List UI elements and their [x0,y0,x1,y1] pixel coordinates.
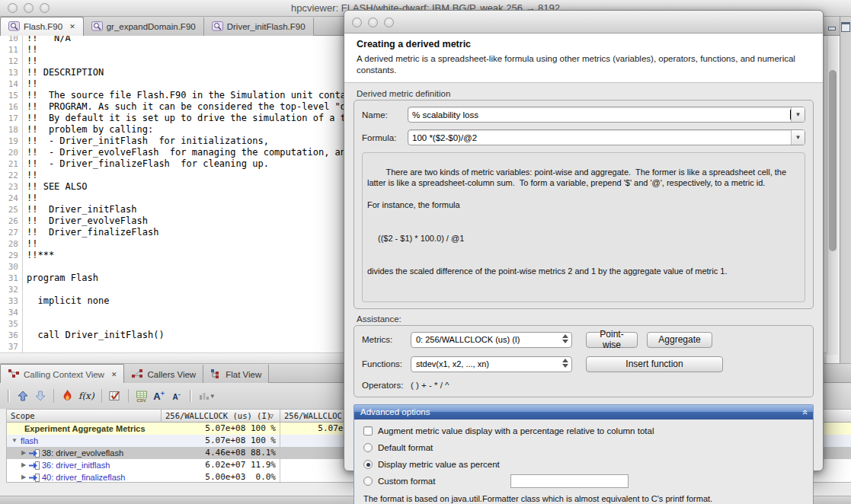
sort-indicator-icon[interactable]: ▽ [269,410,274,423]
dialog-window-controls [352,18,394,27]
line-number: 17 [0,113,23,124]
scrollbar-thumb[interactable] [829,70,837,251]
code-text: !! Driver_initFlash [23,204,137,215]
toolbar-handle[interactable] [190,390,192,402]
name-input[interactable] [408,108,793,121]
checkbox-unchecked[interactable] [363,426,373,435]
popup-stepper-icon [562,359,568,368]
format-note: The format is based on java.util.Formatt… [363,493,804,504]
maximize-view-icon[interactable] [841,22,849,30]
line-number: 10 [0,36,23,44]
code-text: !! [23,44,37,56]
metrics-dropdown[interactable]: 0: 256/WALLCLOCK (us) (I) [411,332,572,348]
collapse-chevron-icon[interactable]: « [800,410,811,414]
code-text: !! DESCRIPTION [23,67,104,78]
custom-format-input[interactable] [510,474,629,488]
close-tab-icon[interactable]: ✕ [69,23,75,30]
callsite-icon [29,461,40,470]
insert-function-button[interactable]: Insert function [586,356,723,372]
scope-label: flash [21,435,38,447]
derived-metric-icon[interactable]: f(x) [78,388,94,404]
callsite-icon [29,474,40,482]
tab-label: Driver_initFlash.F90 [227,22,306,31]
augment-percentage-option[interactable]: Augment metric value display with a perc… [363,426,804,435]
scope-label: 36: driver_initflash [42,459,110,471]
editor-tab[interactable]: gr_expandDomain.F90 [84,18,204,37]
font-decrease-icon[interactable]: A- [171,388,183,404]
column-filter-icon[interactable] [109,388,121,404]
dialog-header: Creating a derived metric A derived metr… [344,33,823,83]
point-wise-button[interactable]: Point-wise [586,332,638,348]
up-arrow-icon[interactable] [17,388,29,404]
name-combo: ▼ [408,107,805,123]
percent-format-option[interactable]: Display metric value as percent [363,460,804,469]
line-number: 14 [0,78,23,90]
view-tab[interactable]: Flat View [203,365,269,384]
advanced-options-section: Advanced options « Augment metric value … [354,404,814,504]
graph-menu-icon[interactable]: ▾ [199,388,215,404]
view-tab[interactable]: Callers View [124,365,203,384]
export-csv-icon[interactable]: CSV [136,388,148,404]
column-header-metric1[interactable]: 256/WALLCLOCK (us) (I)▽ [162,410,280,423]
custom-format-option[interactable]: Custom format [363,477,804,486]
font-increase-icon[interactable]: A+ [153,388,165,404]
line-number: 24 [0,193,23,204]
advanced-options-header[interactable]: Advanced options « [354,405,813,419]
toolbar-handle[interactable] [8,390,10,402]
close-dialog-button[interactable] [352,18,362,27]
expand-triangle-icon[interactable]: ▶ [20,459,27,471]
editor-vertical-scrollbar[interactable] [827,36,838,355]
scope-cell[interactable]: ▼flash [7,435,162,447]
column-header-scope[interactable]: Scope [7,410,162,423]
close-tab-icon[interactable]: ✕ [111,371,117,378]
minimize-view-icon[interactable] [827,22,836,30]
line-number: 12 [0,56,23,67]
editor-tab[interactable]: Driver_initFlash.F90 [204,18,314,37]
operators-value: ( ) + - * / ^ [411,381,449,390]
view-tab[interactable]: Calling Context View✕ [0,364,124,384]
scope-label: 38: driver_evolveflash [42,447,123,459]
metric1-cell: 5.07e+08 100 % [162,423,280,435]
scope-cell[interactable]: ▶38: driver_evolveflash [7,447,162,459]
chevron-down-icon[interactable]: ▼ [791,130,805,145]
formula-input[interactable] [408,131,791,144]
line-number: 20 [0,147,23,158]
tab-label: Flash.F90 [24,22,62,31]
code-text [23,307,27,318]
expand-triangle-icon[interactable]: ▶ [20,471,27,483]
svg-text:CSV: CSV [136,397,146,402]
scope-cell[interactable]: ▶40: driver_finalizeflash [7,471,162,483]
code-text: !! The source file Flash.F90 in the Simu… [23,90,357,101]
editor-minmax-controls [827,22,849,30]
expand-triangle-icon[interactable]: ▶ [20,447,27,459]
zoom-dialog-button[interactable] [384,18,394,27]
editor-tab[interactable]: Flash.F90✕ [0,17,84,36]
dialog-titlebar[interactable] [344,11,823,33]
tab-label: gr_expandDomain.F90 [107,22,196,31]
chevron-down-icon[interactable]: ▼ [791,107,805,122]
line-number: 36 [0,330,23,341]
scope-cell[interactable]: Experiment Aggregate Metrics [7,423,162,435]
code-text [23,284,27,295]
line-number: 15 [0,90,23,101]
default-format-option[interactable]: Default format [363,443,804,452]
minimize-dialog-button[interactable] [368,18,378,27]
code-text: !! [23,78,37,90]
radio-unselected[interactable] [363,477,373,486]
aggregate-button[interactable]: Aggregate [647,332,712,348]
code-text [23,341,27,352]
radio-selected[interactable] [363,460,373,469]
scope-cell[interactable]: ▶36: driver_initflash [7,459,162,471]
code-text: implicit none [23,295,109,307]
radio-unselected[interactable] [363,443,373,452]
collapse-triangle-icon[interactable]: ▼ [11,435,18,447]
formula-help-text: There are two kinds of metric variables:… [362,152,805,302]
functions-dropdown[interactable]: stdev(x1, x2, ..., xn) [411,356,572,372]
down-arrow-icon[interactable] [34,388,46,404]
hot-path-icon[interactable] [61,388,73,404]
scope-label: 40: driver_finalizeflash [42,471,125,483]
code-text: !! - Driver_finalizeFlash for cleaning u… [23,158,269,170]
line-number: 29 [0,250,23,261]
functions-label: Functions: [362,359,411,368]
line-number: 35 [0,318,23,330]
